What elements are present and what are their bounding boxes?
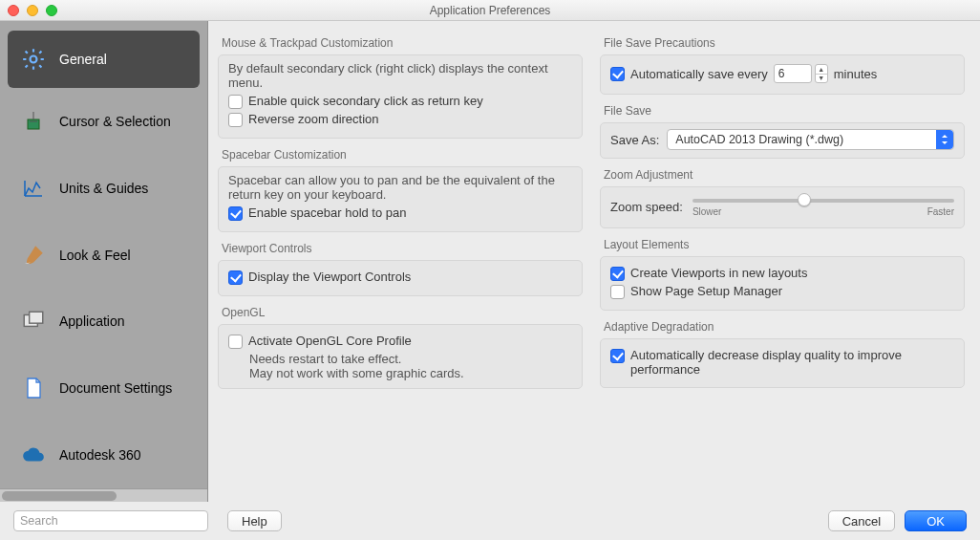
group-layout: Create Viewports in new layouts Show Pag…	[600, 256, 965, 311]
label-display-viewport: Display the Viewport Controls	[248, 270, 411, 284]
label-create-viewports: Create Viewports in new layouts	[630, 266, 807, 280]
brush-icon	[21, 243, 46, 268]
stepper-down-icon: ▼	[816, 75, 827, 83]
stepper-up-icon: ▲	[816, 65, 827, 75]
ok-button[interactable]: OK	[905, 510, 967, 531]
autosave-input[interactable]: 6	[774, 64, 812, 83]
spacebar-description: Spacebar can allow you to pan and be the…	[228, 173, 572, 202]
svg-rect-3	[30, 313, 43, 324]
help-button[interactable]: Help	[227, 510, 282, 531]
sidebar-item-label: General	[59, 52, 107, 67]
window-controls	[8, 5, 57, 16]
sidebar-scrollbar[interactable]	[0, 488, 207, 502]
sidebar-item-application[interactable]: Application	[0, 288, 207, 355]
sidebar: General Cursor & Selection Units & Guide…	[0, 21, 208, 502]
slider-label-fast: Faster	[927, 206, 954, 217]
sidebar-item-cursor[interactable]: Cursor & Selection	[0, 88, 207, 155]
label-autosave: Automatically save every	[630, 67, 768, 81]
label-quick-secondary: Enable quick secondary click as return k…	[248, 94, 483, 108]
checkbox-display-viewport[interactable]	[228, 270, 243, 285]
checkbox-page-setup[interactable]	[610, 285, 625, 299]
scrollbar-thumb[interactable]	[2, 491, 117, 501]
sidebar-item-label: Application	[59, 313, 125, 329]
label-page-setup: Show Page Setup Manager	[630, 284, 782, 298]
checkbox-create-viewports[interactable]	[610, 267, 625, 281]
checkbox-autosave[interactable]	[610, 67, 625, 81]
zoom-icon[interactable]	[46, 5, 57, 16]
sidebar-item-units[interactable]: Units & Guides	[0, 155, 207, 222]
group-mouse: By default secondary click (right click)…	[218, 54, 583, 139]
label-saveas: Save As:	[610, 133, 659, 147]
section-spacebar-title: Spacebar Customization	[222, 148, 581, 162]
group-viewport: Display the Viewport Controls	[218, 260, 583, 296]
sidebar-item-label: Units & Guides	[59, 181, 148, 196]
group-zoom: Zoom speed: Slower Faster	[600, 186, 965, 228]
label-spacebar-pan: Enable spacebar hold to pan	[248, 205, 407, 220]
section-zoom-title: Zoom Adjustment	[604, 168, 963, 182]
cancel-button[interactable]: Cancel	[828, 510, 895, 531]
label-opengl-core: Activate OpenGL Core Profile	[248, 334, 412, 348]
sidebar-item-autodesk360[interactable]: Autodesk 360	[0, 421, 207, 488]
windows-icon	[21, 309, 46, 334]
checkbox-reverse-zoom[interactable]	[228, 113, 243, 127]
opengl-note1: Needs restart to take effect.	[249, 352, 572, 366]
slider-track	[692, 199, 954, 203]
sidebar-item-document[interactable]: Document Settings	[0, 355, 207, 421]
preferences-panel: Mouse & Trackpad Customization By defaul…	[208, 21, 980, 502]
minimize-icon[interactable]	[27, 5, 38, 16]
section-mouse-title: Mouse & Trackpad Customization	[222, 36, 581, 50]
sidebar-item-label: Autodesk 360	[59, 447, 141, 463]
group-adaptive: Automatically decrease display quality t…	[600, 338, 965, 388]
mouse-description: By default secondary click (right click)…	[228, 61, 572, 90]
checkbox-opengl-core[interactable]	[228, 335, 243, 349]
sidebar-item-label: Look & Feel	[59, 248, 131, 263]
saveas-dropdown[interactable]: AutoCAD 2013 Drawing (*.dwg)	[667, 129, 954, 150]
group-opengl: Activate OpenGL Core Profile Needs resta…	[218, 324, 583, 389]
autosave-stepper[interactable]: ▲▼	[815, 64, 828, 83]
section-layout-title: Layout Elements	[604, 238, 963, 251]
label-adaptive: Automatically decrease display quality t…	[630, 348, 954, 377]
ruler-icon	[21, 176, 46, 201]
checkbox-quick-secondary[interactable]	[228, 95, 243, 109]
section-adaptive-title: Adaptive Degradation	[604, 320, 963, 334]
titlebar: Application Preferences	[0, 0, 980, 21]
group-spacebar: Spacebar can allow you to pan and be the…	[218, 166, 583, 232]
slider-knob[interactable]	[798, 193, 811, 206]
svg-point-0	[31, 55, 37, 62]
checkbox-adaptive[interactable]	[610, 349, 625, 363]
bottom-bar: Search Help Cancel OK	[0, 502, 980, 540]
zoom-slider[interactable]: Slower Faster	[692, 193, 954, 220]
saveas-value: AutoCAD 2013 Drawing (*.dwg)	[675, 133, 843, 146]
label-reverse-zoom: Reverse zoom direction	[248, 112, 379, 126]
sidebar-item-label: Cursor & Selection	[59, 114, 171, 129]
window-title: Application Preferences	[0, 4, 980, 17]
section-filesave-title: File Save	[604, 104, 963, 118]
label-zoom-speed: Zoom speed:	[610, 200, 683, 214]
group-filesave-precautions: Automatically save every 6 ▲▼ minutes	[600, 54, 965, 95]
search-input[interactable]: Search	[13, 510, 208, 531]
gear-icon	[21, 47, 46, 72]
checkbox-spacebar-pan[interactable]	[228, 206, 243, 221]
cursor-icon	[21, 109, 46, 134]
section-viewport-title: Viewport Controls	[222, 242, 581, 255]
opengl-note2: May not work with some graphic cards.	[249, 366, 572, 380]
close-icon[interactable]	[8, 5, 19, 16]
sidebar-item-general[interactable]: General	[8, 31, 200, 88]
document-icon	[21, 376, 46, 400]
section-filesave-precautions-title: File Save Precautions	[604, 36, 963, 50]
section-opengl-title: OpenGL	[222, 306, 581, 319]
dropdown-arrow-icon	[936, 130, 953, 149]
sidebar-item-look[interactable]: Look & Feel	[0, 222, 207, 289]
group-filesave: Save As: AutoCAD 2013 Drawing (*.dwg)	[600, 122, 965, 159]
slider-label-slow: Slower	[692, 206, 722, 217]
label-autosave-unit: minutes	[834, 67, 878, 81]
cloud-icon	[21, 443, 46, 467]
sidebar-item-label: Document Settings	[59, 380, 172, 396]
